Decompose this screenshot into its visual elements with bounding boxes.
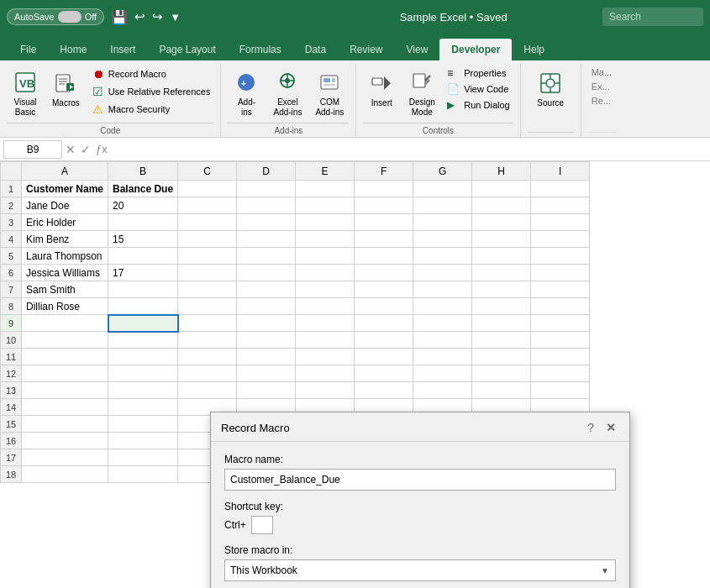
cell-a5[interactable]: Laura Thompson xyxy=(22,248,108,265)
cell-f13[interactable] xyxy=(355,382,413,399)
cell-f2[interactable] xyxy=(355,197,413,214)
tab-review[interactable]: Review xyxy=(338,39,394,60)
cell-d4[interactable] xyxy=(237,231,296,248)
cell-a12[interactable] xyxy=(22,365,108,382)
source-button[interactable]: Source xyxy=(528,66,574,113)
cell-h9[interactable] xyxy=(472,315,531,332)
save-icon[interactable]: 💾 xyxy=(111,9,128,25)
col-header-f[interactable]: F xyxy=(355,162,413,181)
cell-c8[interactable] xyxy=(178,298,237,315)
cell-d13[interactable] xyxy=(237,382,296,399)
cell-c2[interactable] xyxy=(178,197,237,214)
relative-refs-button[interactable]: ☑ Use Relative References xyxy=(88,83,214,100)
cell-i5[interactable] xyxy=(531,248,590,265)
cell-a18[interactable] xyxy=(22,466,108,483)
col-header-a[interactable]: A xyxy=(22,162,108,181)
cell-g11[interactable] xyxy=(413,349,472,365)
cell-e4[interactable] xyxy=(296,231,355,248)
cell-b14[interactable] xyxy=(108,399,178,416)
cell-d5[interactable] xyxy=(237,248,296,265)
col-header-c[interactable]: C xyxy=(178,162,237,181)
cell-h6[interactable] xyxy=(472,265,531,281)
cell-b5[interactable] xyxy=(108,248,178,265)
cell-a4[interactable]: Kim Benz xyxy=(22,231,108,248)
cell-a9[interactable] xyxy=(22,315,108,332)
design-mode-button[interactable]: DesignMode xyxy=(403,66,440,121)
cell-h8[interactable] xyxy=(472,298,531,315)
cell-f12[interactable] xyxy=(355,365,413,382)
formula-input[interactable] xyxy=(111,142,707,157)
col-header-g[interactable]: G xyxy=(413,162,472,181)
tab-view[interactable]: View xyxy=(395,39,440,60)
cell-i4[interactable] xyxy=(531,231,590,248)
cell-i2[interactable] xyxy=(531,197,590,214)
tab-home[interactable]: Home xyxy=(48,39,98,60)
cell-a11[interactable] xyxy=(22,349,108,365)
cell-i3[interactable] xyxy=(531,214,590,231)
cell-h10[interactable] xyxy=(472,332,531,349)
com-add-ins-button[interactable]: COMAdd-ins xyxy=(310,66,349,121)
cell-i9[interactable] xyxy=(531,315,590,332)
cell-d9[interactable] xyxy=(237,315,296,332)
cell-e5[interactable] xyxy=(296,248,355,265)
cell-b8[interactable] xyxy=(108,298,178,315)
cell-i1[interactable] xyxy=(531,181,590,197)
tab-data[interactable]: Data xyxy=(293,39,338,60)
cell-b13[interactable] xyxy=(108,382,178,399)
cell-e7[interactable] xyxy=(296,281,355,298)
cell-g7[interactable] xyxy=(413,281,472,298)
cell-b15[interactable] xyxy=(108,416,178,433)
autosave-badge[interactable]: AutoSave Off xyxy=(7,8,104,25)
insert-control-button[interactable]: Insert xyxy=(363,66,400,113)
cell-d1[interactable] xyxy=(237,181,296,197)
cell-c13[interactable] xyxy=(178,382,237,399)
cell-c10[interactable] xyxy=(178,332,237,349)
cell-d10[interactable] xyxy=(237,332,296,349)
tab-file[interactable]: File xyxy=(8,39,48,60)
cell-e8[interactable] xyxy=(296,298,355,315)
cell-a10[interactable] xyxy=(22,332,108,349)
cell-c11[interactable] xyxy=(178,349,237,365)
tab-formulas[interactable]: Formulas xyxy=(228,39,293,60)
cell-c6[interactable] xyxy=(178,265,237,281)
col-header-i[interactable]: I xyxy=(531,162,590,181)
cell-b11[interactable] xyxy=(108,349,178,365)
macro-security-button[interactable]: ⚠ Macro Security xyxy=(88,101,214,118)
cell-h3[interactable] xyxy=(472,214,531,231)
cell-g5[interactable] xyxy=(413,248,472,265)
cell-a16[interactable] xyxy=(22,433,108,449)
cell-b6[interactable]: 17 xyxy=(108,265,178,281)
cell-a6[interactable]: Jessica Williams xyxy=(22,265,108,281)
run-dialog-button[interactable]: ▶ Run Dialog xyxy=(444,97,513,113)
cell-e13[interactable] xyxy=(296,382,355,399)
search-input[interactable] xyxy=(602,8,703,26)
cell-e11[interactable] xyxy=(296,349,355,365)
cell-b17[interactable] xyxy=(108,449,178,466)
macro-name-input[interactable] xyxy=(224,469,616,491)
cell-h13[interactable] xyxy=(472,382,531,399)
cell-f1[interactable] xyxy=(355,181,413,197)
ex-button[interactable]: Ex... xyxy=(588,80,615,93)
cell-f5[interactable] xyxy=(355,248,413,265)
cell-f11[interactable] xyxy=(355,349,413,365)
cell-d3[interactable] xyxy=(237,214,296,231)
record-macro-button[interactable]: ⏺ Record Macro xyxy=(88,66,214,82)
shortcut-input[interactable] xyxy=(251,516,273,534)
cell-i8[interactable] xyxy=(531,298,590,315)
cell-d12[interactable] xyxy=(237,365,296,382)
formula-cancel-icon[interactable]: ✕ xyxy=(66,143,76,156)
cell-d6[interactable] xyxy=(237,265,296,281)
ma-button-1[interactable]: Ma... xyxy=(588,66,615,79)
undo-icon[interactable]: ↩ xyxy=(134,9,145,24)
cell-g10[interactable] xyxy=(413,332,472,349)
autosave-toggle[interactable] xyxy=(58,11,82,23)
cell-reference-box[interactable] xyxy=(3,140,62,159)
cell-h5[interactable] xyxy=(472,248,531,265)
excel-add-ins-button[interactable]: ExcelAdd-ins xyxy=(268,66,307,121)
cell-b16[interactable] xyxy=(108,433,178,449)
cell-a17[interactable] xyxy=(22,449,108,466)
dialog-close-button[interactable]: ✕ xyxy=(602,419,619,436)
cell-a2[interactable]: Jane Doe xyxy=(22,197,108,214)
store-macro-select[interactable]: This Workbook New Workbook Personal Macr… xyxy=(224,559,616,581)
cell-a1[interactable]: Customer Name xyxy=(22,181,108,197)
